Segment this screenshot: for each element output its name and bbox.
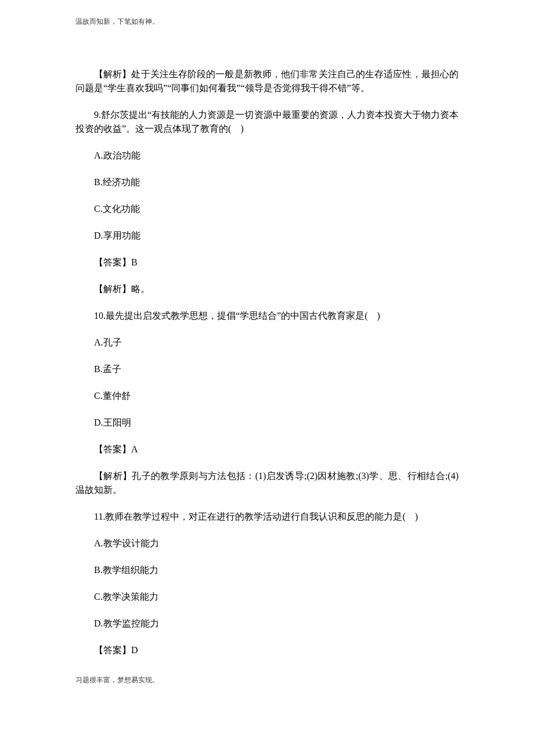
q11-stem: 11.教师在教学过程中，对正在进行的教学活动进行自我认识和反思的能力是( ) <box>75 510 459 524</box>
q9-option-c: C.文化功能 <box>75 202 459 216</box>
analysis-prev: 【解析】处于关注生存阶段的一般是新教师，他们非常关注自己的生存适应性，最担心的问… <box>75 67 459 95</box>
q11-option-d: D.教学监控能力 <box>75 617 459 631</box>
q11-answer: 【答案】D <box>75 643 459 657</box>
q9-analysis: 【解析】略。 <box>75 282 459 296</box>
q11-option-b: B.教学组织能力 <box>75 563 459 577</box>
q10-answer: 【答案】A <box>75 442 459 456</box>
q9-answer: 【答案】B <box>75 255 459 269</box>
page-header: 温故而知新，下笔如有神。 <box>75 16 459 27</box>
q10-analysis: 【解析】孔子的教学原则与方法包括：(1)启发诱导;(2)因材施教;(3)学、思、… <box>75 469 459 497</box>
q10-option-a: A.孔子 <box>75 336 459 350</box>
q9-option-a: A.政治功能 <box>75 149 459 163</box>
q9-stem: 9.舒尔茨提出“有技能的人力资源是一切资源中最重要的资源，人力资本投资大于物力资… <box>75 108 459 136</box>
q9-option-b: B.经济功能 <box>75 175 459 189</box>
page-footer: 习题很丰富，梦想易实现。 <box>75 675 459 685</box>
q10-option-d: D.王阳明 <box>75 416 459 430</box>
document-page: 温故而知新，下笔如有神。 【解析】处于关注生存阶段的一般是新教师，他们非常关注自… <box>0 0 534 701</box>
q11-option-a: A.教学设计能力 <box>75 537 459 550</box>
q10-option-c: C.董仲舒 <box>75 389 459 403</box>
q11-option-c: C.教学决策能力 <box>75 590 459 604</box>
q10-option-b: B.孟子 <box>75 362 459 376</box>
q9-option-d: D.享用功能 <box>75 229 459 243</box>
q10-stem: 10.最先提出启发式教学思想，提倡“学思结合”的中国古代教育家是( ) <box>75 309 459 323</box>
